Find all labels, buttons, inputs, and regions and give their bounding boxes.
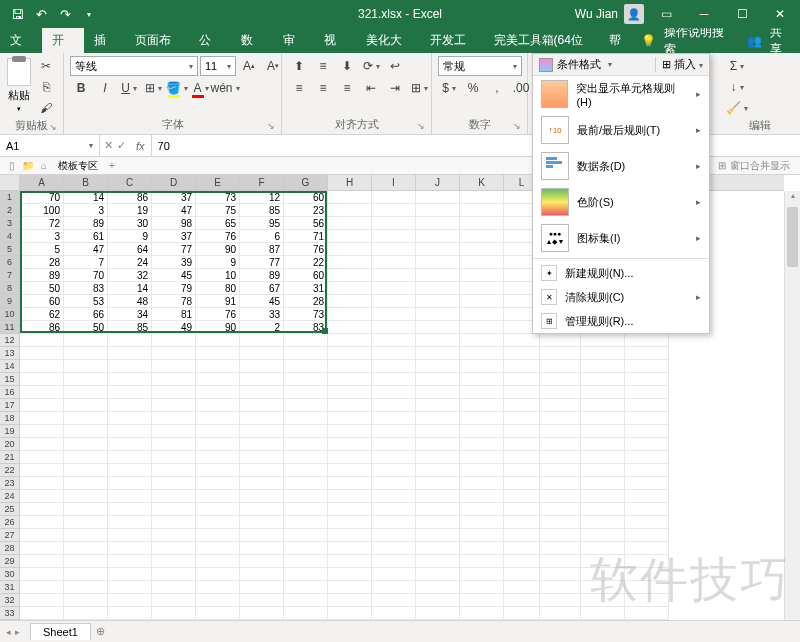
sheet-tab[interactable]: Sheet1: [30, 623, 91, 640]
cell[interactable]: [64, 477, 108, 490]
cell[interactable]: [328, 568, 372, 581]
col-header[interactable]: J: [416, 175, 460, 190]
row-header[interactable]: 18: [0, 412, 19, 425]
row-header[interactable]: 9: [0, 295, 19, 308]
cell[interactable]: [108, 594, 152, 607]
cf-color-scales[interactable]: 色阶(S)▸: [533, 184, 709, 220]
cell[interactable]: [372, 373, 416, 386]
cell[interactable]: [64, 490, 108, 503]
bold-icon[interactable]: B: [70, 78, 92, 98]
cell[interactable]: [196, 347, 240, 360]
cell[interactable]: [328, 412, 372, 425]
cell[interactable]: [460, 542, 504, 555]
cell[interactable]: [64, 425, 108, 438]
cell[interactable]: [152, 594, 196, 607]
cell[interactable]: [152, 555, 196, 568]
cell[interactable]: 90: [196, 321, 240, 334]
cell[interactable]: 79: [152, 282, 196, 295]
vertical-scrollbar[interactable]: ▴: [784, 191, 800, 620]
cell[interactable]: 62: [20, 308, 64, 321]
cell[interactable]: [625, 477, 669, 490]
cell[interactable]: [284, 451, 328, 464]
row-header[interactable]: 11: [0, 321, 19, 334]
cell[interactable]: [372, 477, 416, 490]
cell[interactable]: 22: [284, 256, 328, 269]
font-color-icon[interactable]: A▾: [190, 78, 212, 98]
cell[interactable]: [108, 529, 152, 542]
cell[interactable]: [20, 503, 64, 516]
cell[interactable]: [20, 412, 64, 425]
row-header[interactable]: 25: [0, 503, 19, 516]
cell[interactable]: [581, 451, 625, 464]
cell[interactable]: [372, 230, 416, 243]
cell[interactable]: [328, 516, 372, 529]
cell[interactable]: 14: [64, 191, 108, 204]
cell[interactable]: 75: [196, 204, 240, 217]
cell[interactable]: [196, 386, 240, 399]
cell[interactable]: [372, 282, 416, 295]
scroll-thumb[interactable]: [787, 207, 798, 267]
cell[interactable]: [152, 373, 196, 386]
cell[interactable]: [540, 607, 581, 620]
cell[interactable]: [581, 516, 625, 529]
cell[interactable]: [416, 607, 460, 620]
cell[interactable]: 77: [152, 243, 196, 256]
cell[interactable]: [284, 425, 328, 438]
cell[interactable]: [284, 503, 328, 516]
cell[interactable]: [64, 399, 108, 412]
increase-decimal-icon[interactable]: .00: [510, 78, 532, 98]
cell[interactable]: [504, 464, 540, 477]
cell[interactable]: 50: [64, 321, 108, 334]
cell[interactable]: 100: [20, 204, 64, 217]
cell[interactable]: [284, 347, 328, 360]
cell[interactable]: [416, 412, 460, 425]
cell[interactable]: [416, 542, 460, 555]
cell[interactable]: [372, 581, 416, 594]
cell[interactable]: [540, 451, 581, 464]
user-avatar[interactable]: 👤: [624, 4, 644, 24]
cell[interactable]: [416, 282, 460, 295]
cell[interactable]: 45: [240, 295, 284, 308]
cell[interactable]: [328, 204, 372, 217]
row-header[interactable]: 24: [0, 490, 19, 503]
cell[interactable]: [152, 334, 196, 347]
cell[interactable]: [416, 204, 460, 217]
cell[interactable]: 9: [108, 230, 152, 243]
cell[interactable]: [460, 269, 504, 282]
cell[interactable]: [625, 360, 669, 373]
cell[interactable]: [504, 360, 540, 373]
cell[interactable]: [20, 464, 64, 477]
cell[interactable]: 85: [240, 204, 284, 217]
cell[interactable]: [540, 399, 581, 412]
cancel-formula-icon[interactable]: ✕: [104, 139, 113, 152]
cell[interactable]: [504, 516, 540, 529]
fill-color-icon[interactable]: 🪣▾: [166, 78, 188, 98]
cell[interactable]: [64, 581, 108, 594]
cell[interactable]: [540, 503, 581, 516]
cell[interactable]: 23: [284, 204, 328, 217]
col-header[interactable]: I: [372, 175, 416, 190]
align-middle-icon[interactable]: ≡: [312, 56, 334, 76]
cell[interactable]: [20, 347, 64, 360]
cell[interactable]: [196, 451, 240, 464]
cell[interactable]: [416, 594, 460, 607]
tab-home[interactable]: 开始: [42, 28, 84, 53]
paste-button[interactable]: 粘贴 ▾: [6, 56, 31, 114]
cell[interactable]: 91: [196, 295, 240, 308]
cell[interactable]: [372, 295, 416, 308]
cell[interactable]: [460, 425, 504, 438]
increase-font-icon[interactable]: A▴: [238, 56, 260, 76]
cell[interactable]: [372, 607, 416, 620]
cell[interactable]: 10: [196, 269, 240, 282]
cell[interactable]: [20, 555, 64, 568]
cell[interactable]: [20, 425, 64, 438]
row-header[interactable]: 17: [0, 399, 19, 412]
cell[interactable]: [20, 451, 64, 464]
row-header[interactable]: 26: [0, 516, 19, 529]
cell[interactable]: [372, 321, 416, 334]
wrap-text-icon[interactable]: ↩: [384, 56, 406, 76]
cell[interactable]: [504, 334, 540, 347]
cell[interactable]: [64, 464, 108, 477]
cell[interactable]: [328, 503, 372, 516]
cell[interactable]: [504, 412, 540, 425]
